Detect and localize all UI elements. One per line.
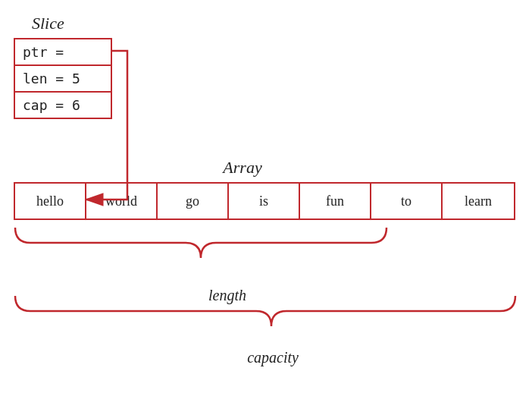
array-cell-6: learn <box>443 184 514 219</box>
array-label: Array <box>223 158 261 178</box>
array-cell-2: go <box>158 184 229 219</box>
length-label: length <box>208 287 246 304</box>
array-container: hello world go is fun to learn <box>14 182 515 220</box>
slice-label: Slice <box>32 14 64 33</box>
array-cell-4: fun <box>300 184 371 219</box>
slice-ptr-row: ptr = <box>15 39 111 66</box>
length-brace <box>15 228 386 258</box>
array-cell-3: is <box>229 184 300 219</box>
array-cell-5: to <box>371 184 443 219</box>
diagram: Slice ptr = len = 5 cap = 6 Array hello … <box>0 0 532 393</box>
slice-len-row: len = 5 <box>15 66 111 93</box>
array-cell-1: world <box>86 184 158 219</box>
capacity-label: capacity <box>247 349 299 366</box>
capacity-brace <box>15 296 515 326</box>
slice-box: ptr = len = 5 cap = 6 <box>14 38 112 119</box>
slice-cap-row: cap = 6 <box>15 93 111 118</box>
array-cell-0: hello <box>15 184 86 219</box>
